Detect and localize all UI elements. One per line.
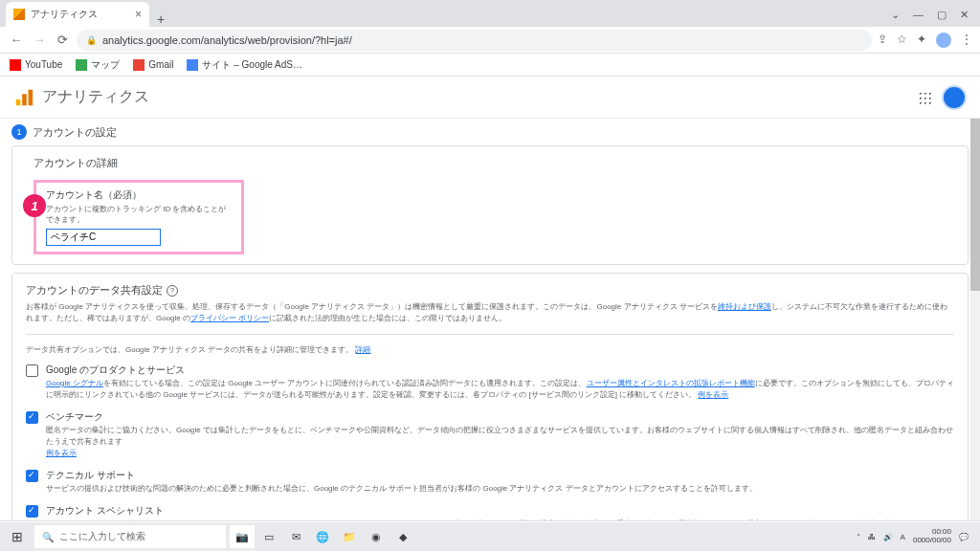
star-icon[interactable]: ☆ [897,33,907,48]
share-icon[interactable]: ⇪ [878,33,887,48]
maintain-protect-link[interactable]: 維持および保護 [718,302,771,311]
taskbar-app-1[interactable]: 📷 [230,525,255,548]
tray-volume-icon[interactable]: 🔊 [883,533,893,541]
data-sharing-description: お客様が Google アナリティクスを使って収集、処理、保存するデータ（「Go… [26,301,954,324]
checkbox-google-products[interactable] [26,364,38,377]
taskbar-search[interactable]: 🔍 ここに入力して検索 [34,525,226,548]
taskbar-mail-icon[interactable]: ✉ [283,525,308,548]
svg-rect-2 [29,89,33,105]
scrollbar-thumb[interactable] [970,119,980,291]
tab-title: アナリティクス [31,8,98,21]
example-link[interactable]: 例を表示 [698,390,728,399]
app-header: アナリティクス [0,77,980,119]
gmail-icon [133,59,145,71]
task-view-icon[interactable]: ▭ [256,525,281,548]
option-title: アカウント スペシャリスト [46,504,954,518]
option-title: テクニカル サポート [46,469,954,482]
browser-titlebar: アナリティクス × + ⌄ — ▢ ✕ [0,0,980,27]
close-tab-icon[interactable]: × [135,8,142,21]
adsense-icon [187,59,198,71]
option-desc: Google シグナルを有効にしている場合、この設定は Google ユーザー … [46,378,954,401]
user-avatar[interactable] [942,85,967,110]
scrollbar-track[interactable] [970,119,980,520]
menu-icon[interactable]: ⋮ [961,33,972,48]
youtube-icon [10,59,21,71]
maximize-icon[interactable]: ▢ [937,9,947,21]
option-title: Google のプロダクトとサービス [46,364,954,377]
maps-icon [76,59,87,71]
extension-icon[interactable]: ✦ [917,33,926,48]
url-field[interactable]: 🔒 analytics.google.com/analytics/web/pro… [77,30,872,51]
tray-chevron-icon[interactable]: ˄ [857,533,860,541]
account-name-highlight: 1 アカウント名（必須） アカウントに複数のトラッキング ID を含めることがで… [33,180,244,254]
step-label: アカウントの設定 [33,125,117,140]
chevron-down-icon[interactable]: ⌄ [891,9,900,21]
account-name-input[interactable] [46,229,161,246]
checkbox-tech-support[interactable] [26,470,38,482]
options-intro: データ共有オプションでは、Google アナリティクス データの共有をより詳細に… [26,344,954,356]
windows-taskbar: ⊞ 🔍 ここに入力して検索 📷 ▭ ✉ 🌐 📁 ◉ ◆ ˄ 🖧 🔊 A 00:0… [0,522,980,551]
card-title: アカウントの詳細 [33,156,954,170]
taskbar-app-icon[interactable]: ◆ [390,525,415,548]
svg-rect-1 [22,94,27,105]
tray-network-icon[interactable]: 🖧 [868,533,876,541]
checkbox-benchmark[interactable] [26,411,38,424]
profile-extension-icon[interactable] [936,33,951,48]
wizard-step-header: 1 アカウントの設定 [11,124,969,140]
option-desc: Google のマーケティングおよびセールス スペシャリストに Google ア… [46,518,954,520]
annotation-badge-1: 1 [23,194,46,217]
details-link[interactable]: 詳細 [355,345,370,354]
notification-icon[interactable]: 💬 [959,533,969,541]
taskbar-explorer-icon[interactable]: 📁 [337,525,362,548]
search-icon: 🔍 [42,532,54,542]
bookmark-maps[interactable]: マップ [76,58,120,72]
bookmark-adsense[interactable]: サイト – Google AdS… [187,58,302,72]
bookmarks-bar: YouTube マップ Gmail サイト – Google AdS… [0,54,980,77]
window-controls: ⌄ — ▢ ✕ [891,9,980,27]
taskbar-edge-icon[interactable]: 🌐 [310,525,335,548]
google-signals-link[interactable]: Google シグナル [46,379,103,387]
data-sharing-card: アカウントのデータ共有設定 ? お客様が Google アナリティクスを使って収… [11,273,969,520]
option-desc: 匿名データの集計にご協力ください。Google では集計したデータをもとに、ベン… [46,425,954,459]
bookmark-gmail[interactable]: Gmail [133,59,173,71]
tray-ime-icon[interactable]: A [901,533,905,541]
user-demographics-link[interactable]: ユーザー属性とインタレストの拡張レポート機能 [587,379,755,387]
account-details-card: アカウントの詳細 1 アカウント名（必須） アカウントに複数のトラッキング ID… [11,145,969,265]
apps-grid-icon[interactable] [917,90,932,105]
account-name-help: アカウントに複数のトラッキング ID を含めることができます。 [46,204,232,225]
option-tech-support: テクニカル サポート サービスの提供および技術的な問題の解決のために必要と判断さ… [26,469,954,495]
option-account-specialist: アカウント スペシャリスト Google のマーケティングおよびセールス スペシ… [26,504,954,520]
account-name-label: アカウント名（必須） [46,188,232,202]
bookmark-youtube[interactable]: YouTube [10,59,62,71]
browser-tab[interactable]: アナリティクス × [6,2,149,27]
taskbar-date: 0000/00/00 [913,537,951,545]
taskbar-chrome-icon[interactable]: ◉ [364,525,389,548]
url-text: analytics.google.com/analytics/web/provi… [102,34,352,46]
analytics-logo-icon [13,87,34,108]
option-desc: サービスの提供および技術的な問題の解決のために必要と判断された場合に、Googl… [46,483,954,495]
info-icon[interactable]: ? [167,285,178,297]
reload-button[interactable]: ⟳ [54,32,71,49]
option-benchmark: ベンチマーク 匿名データの集計にご協力ください。Google では集計したデータ… [26,410,954,459]
back-button[interactable]: ← [8,32,25,49]
option-google-products: Google のプロダクトとサービス Google シグナルを有効にしている場合… [26,364,954,401]
privacy-policy-link[interactable]: プライバシー ポリシー [190,314,269,322]
address-bar: ← → ⟳ 🔒 analytics.google.com/analytics/w… [0,27,980,54]
data-sharing-title: アカウントのデータ共有設定 [26,283,163,298]
forward-button: → [31,32,48,49]
checkbox-account-specialist[interactable] [26,505,38,518]
step-number-badge: 1 [11,124,27,140]
example-link[interactable]: 例を表示 [46,449,77,457]
start-button[interactable]: ⊞ [4,525,31,548]
svg-rect-0 [16,99,21,104]
search-placeholder: ここに入力して検索 [59,530,145,543]
minimize-icon[interactable]: — [913,9,924,21]
analytics-favicon [13,9,25,20]
new-tab-button[interactable]: + [149,11,172,27]
close-window-icon[interactable]: ✕ [960,9,969,21]
option-title: ベンチマーク [46,410,954,424]
main-content: 1 アカウントの設定 アカウントの詳細 1 アカウント名（必須） アカウントに複… [0,119,980,520]
app-title: アナリティクス [42,87,149,107]
lock-icon: 🔒 [86,35,97,45]
